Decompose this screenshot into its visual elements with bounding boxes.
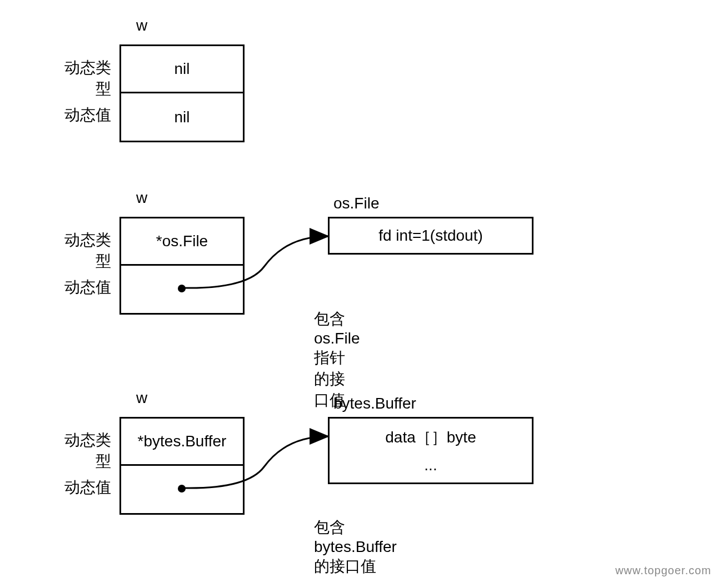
struct-field: fd int=1(stdout) bbox=[330, 218, 532, 253]
pointed-struct-box: data［］byte ... bbox=[328, 417, 533, 484]
footer-watermark: www.topgoer.com bbox=[615, 564, 711, 577]
dynamic-type-label: 动态类型 bbox=[50, 230, 111, 272]
dynamic-type-label: 动态类型 bbox=[50, 57, 111, 100]
dynamic-value-label: 动态值 bbox=[50, 477, 111, 498]
caption: 包含bytes.Buffer的接口值 bbox=[314, 517, 397, 577]
dynamic-value-label: 动态值 bbox=[50, 105, 111, 126]
pointed-type-label: os.File bbox=[333, 195, 379, 212]
pointed-struct-box: fd int=1(stdout) bbox=[328, 217, 533, 255]
struct-ellipsis: ... bbox=[330, 456, 532, 482]
var-label: w bbox=[136, 389, 147, 407]
pointer-arrow-icon bbox=[181, 422, 336, 500]
dynamic-type-cell: nil bbox=[121, 46, 243, 93]
struct-field: data［］byte bbox=[330, 419, 532, 456]
interface-value-box: nil nil bbox=[119, 44, 245, 142]
dynamic-value-label: 动态值 bbox=[50, 277, 111, 298]
pointer-arrow-icon bbox=[181, 222, 336, 300]
dynamic-type-label: 动态类型 bbox=[50, 430, 111, 472]
var-label: w bbox=[136, 17, 147, 34]
dynamic-value-cell: nil bbox=[121, 93, 243, 141]
pointed-type-label: bytes.Buffer bbox=[333, 395, 416, 412]
var-label: w bbox=[136, 189, 147, 207]
